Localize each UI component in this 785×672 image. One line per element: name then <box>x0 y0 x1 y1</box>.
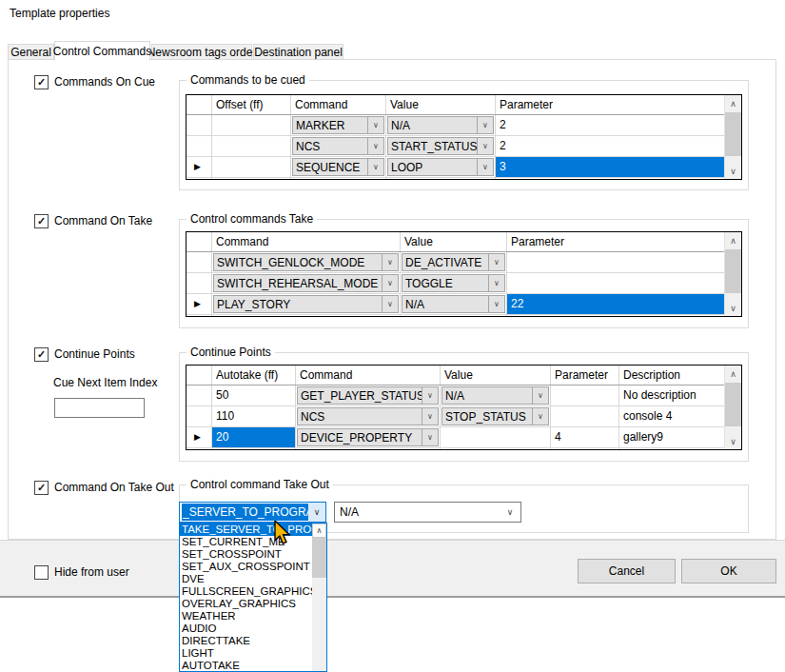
dropdown-item[interactable]: OVERLAY_GRAPHICS <box>180 598 312 610</box>
selected-cell[interactable]: 3 <box>496 157 725 177</box>
table-row[interactable]: ∨∨ <box>186 448 741 450</box>
tab-destination-panel[interactable]: Destination panel <box>253 44 343 60</box>
chevron-down-icon[interactable]: ∨ <box>532 408 548 425</box>
chevron-down-icon[interactable]: ∨ <box>532 387 548 404</box>
chevron-down-icon[interactable]: ∨ <box>477 138 493 154</box>
vertical-scrollbar[interactable]: ∧∨ <box>724 95 741 179</box>
text-cell[interactable] <box>551 406 619 426</box>
chevron-down-icon[interactable]: ∨ <box>367 159 383 175</box>
chevron-down-icon[interactable]: ∨ <box>477 117 493 133</box>
command-on-take-grid[interactable]: CommandValueParameterSWITCH_GENLOCK_MODE… <box>186 231 742 317</box>
scrollbar-thumb[interactable] <box>312 538 326 578</box>
text-cell[interactable]: 2 <box>496 136 725 156</box>
text-cell[interactable] <box>212 115 291 135</box>
dropdown-cell[interactable]: ∨ <box>386 178 496 180</box>
command-on-take-checkbox[interactable]: Command On Take <box>34 214 152 228</box>
scroll-down-icon[interactable]: ∨ <box>725 163 741 179</box>
dropdown-item[interactable]: DVE <box>180 573 312 585</box>
text-cell[interactable] <box>507 252 725 272</box>
scroll-down-icon[interactable]: ∨ <box>725 433 741 449</box>
row-selector[interactable] <box>186 448 212 450</box>
vertical-scrollbar[interactable]: ∧∨ <box>724 366 741 449</box>
row-selector[interactable] <box>186 252 212 272</box>
text-cell[interactable] <box>551 385 619 405</box>
text-cell[interactable] <box>551 448 619 450</box>
row-selector[interactable] <box>186 385 212 405</box>
text-cell[interactable]: 4 <box>551 427 619 447</box>
text-cell[interactable]: No description <box>619 385 725 405</box>
commands-on-cue-grid[interactable]: Offset (ff)CommandValueParameterMARKER∨N… <box>186 94 742 180</box>
dropdown-item[interactable]: SET_CROSSPOINT <box>180 548 312 561</box>
dropdown-item[interactable]: SET_CURRENT_ME <box>180 536 312 548</box>
dropdown-cell[interactable]: GET_PLAYER_STATUS∨ <box>296 385 441 405</box>
dropdown-item[interactable]: AUTOTAKE <box>180 660 312 672</box>
dropdown-cell[interactable]: ∨ <box>401 315 507 317</box>
table-row[interactable]: 110NCS∨STOP_STATUS∨console 4 <box>186 406 741 427</box>
chevron-down-icon[interactable]: ∨ <box>488 275 504 291</box>
take-out-command-combo[interactable]: _SERVER_TO_PROGRAM ∨ <box>179 502 326 523</box>
row-selector[interactable] <box>186 136 212 156</box>
dropdown-cell[interactable]: LOOP∨ <box>386 157 496 177</box>
cell-combo[interactable]: TOGGLE∨ <box>402 274 505 292</box>
chevron-down-icon[interactable]: ∨ <box>308 503 325 522</box>
dropdown-item[interactable]: SET_AUX_CROSSPOINT <box>180 561 312 573</box>
cell-combo[interactable]: SWITCH_REHEARSAL_MODE∨ <box>213 274 399 292</box>
text-cell[interactable]: 2 <box>496 115 725 135</box>
chevron-down-icon[interactable]: ∨ <box>488 254 504 270</box>
chevron-down-icon[interactable]: ∨ <box>422 387 438 404</box>
dropdown-cell[interactable]: START_STATUS∨ <box>386 136 496 156</box>
dropdown-cell[interactable]: DEVICE_PROPERTY∨ <box>296 427 441 447</box>
table-row[interactable]: ∨∨ <box>186 315 741 317</box>
cell-combo[interactable]: N/A∨ <box>387 116 494 134</box>
take-out-command-listbox[interactable]: TAKE_SERVER_TO_PROGSET_CURRENT_MESET_CRO… <box>179 523 327 672</box>
text-cell[interactable] <box>619 448 725 450</box>
text-cell[interactable] <box>212 136 291 156</box>
scroll-up-icon[interactable]: ∧ <box>725 232 741 248</box>
dropdown-item[interactable]: FULLSCREEN_GRAPHICS <box>180 585 312 598</box>
row-selector[interactable]: ▶ <box>186 294 212 314</box>
dropdown-cell[interactable]: ∨ <box>291 178 386 180</box>
cancel-button[interactable]: Cancel <box>578 559 676 583</box>
table-row[interactable]: ▶SEQUENCE∨LOOP∨3 <box>186 157 741 178</box>
tab-newsroom-tags-order[interactable]: Newsroom tags order <box>151 44 252 60</box>
cell-combo[interactable]: ∨ <box>297 449 439 450</box>
chevron-down-icon[interactable]: ∨ <box>382 296 398 312</box>
text-cell[interactable] <box>441 427 551 447</box>
dropdown-item[interactable]: LIGHT <box>180 647 312 660</box>
chevron-down-icon[interactable]: ∨ <box>500 507 520 517</box>
dropdown-cell[interactable]: STOP_STATUS∨ <box>441 406 551 426</box>
tab-general[interactable]: General <box>8 44 54 60</box>
dropdown-cell[interactable]: ∨ <box>296 448 441 450</box>
dropdown-cell[interactable]: MARKER∨ <box>291 115 386 135</box>
dropdown-item[interactable]: AUDIO <box>180 623 312 635</box>
dropdown-item[interactable]: WEATHER <box>180 610 312 623</box>
text-cell[interactable] <box>507 273 725 293</box>
continue-points-checkbox[interactable]: Continue Points <box>34 347 135 362</box>
dropdown-cell[interactable]: N/A∨ <box>401 294 507 314</box>
table-row[interactable]: ▶PLAY_STORY∨N/A∨22 <box>186 294 741 315</box>
chevron-down-icon[interactable]: ∨ <box>367 138 383 154</box>
cue-next-item-input[interactable] <box>54 398 145 418</box>
scroll-up-icon[interactable]: ∧ <box>725 366 741 382</box>
cell-combo[interactable]: DE_ACTIVATE∨ <box>402 253 505 271</box>
table-row[interactable]: ▶20DEVICE_PROPERTY∨4gallery9 <box>186 427 741 448</box>
cell-combo[interactable]: ∨ <box>213 316 399 317</box>
scrollbar-thumb[interactable] <box>725 249 741 293</box>
cell-combo[interactable]: START_STATUS∨ <box>387 137 494 155</box>
cell-combo[interactable]: NCS∨ <box>292 137 384 155</box>
text-cell[interactable] <box>212 178 291 180</box>
command-on-take-out-checkbox[interactable]: Command On Take Out <box>34 481 174 495</box>
text-cell[interactable]: 50 <box>212 385 296 405</box>
table-row[interactable]: SWITCH_REHEARSAL_MODE∨TOGGLE∨ <box>186 273 741 294</box>
table-row[interactable]: SWITCH_GENLOCK_MODE∨DE_ACTIVATE∨ <box>186 252 741 273</box>
dropdown-cell[interactable]: NCS∨ <box>291 136 386 156</box>
text-cell[interactable] <box>496 178 725 180</box>
dropdown-cell[interactable]: SEQUENCE∨ <box>291 157 386 177</box>
dropdown-cell[interactable]: NCS∨ <box>296 406 441 426</box>
text-cell[interactable] <box>212 448 296 450</box>
scroll-down-icon[interactable]: ∨ <box>725 300 741 316</box>
dropdown-cell[interactable]: PLAY_STORY∨ <box>212 294 401 314</box>
scroll-up-icon[interactable]: ∧ <box>725 95 741 111</box>
cell-combo[interactable]: SEQUENCE∨ <box>292 158 384 176</box>
selected-cell[interactable]: 22 <box>507 294 725 314</box>
